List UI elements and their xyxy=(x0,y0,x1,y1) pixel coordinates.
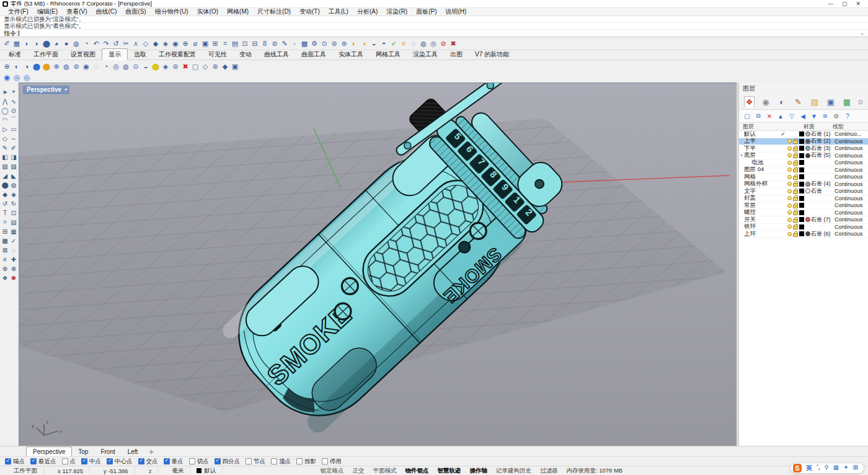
material-dot[interactable] xyxy=(805,139,810,144)
side-tool-icon[interactable]: ▷ xyxy=(1,125,9,133)
linetype-name[interactable]: Continuous xyxy=(835,224,868,230)
osnap-checkbox[interactable] xyxy=(81,458,87,464)
menu-item[interactable]: 面板(P) xyxy=(412,7,441,16)
osnap-checkbox[interactable] xyxy=(164,458,170,464)
toolbar-icon[interactable]: ◑ xyxy=(359,38,369,48)
visibility-bulb-icon[interactable] xyxy=(787,153,792,158)
display-mode-icon[interactable]: ◎ xyxy=(111,61,121,71)
toolbar-icon[interactable]: ◔ xyxy=(81,38,91,48)
viewport-tab[interactable]: Top xyxy=(72,447,94,456)
toolbar-icon[interactable]: ⊡ xyxy=(240,38,250,48)
display-mode-icon[interactable]: ⊕ xyxy=(2,61,12,71)
linetype-name[interactable]: Continuous xyxy=(835,167,868,173)
lock-icon[interactable] xyxy=(793,190,798,194)
toolbar-icon[interactable]: ⊜ xyxy=(270,38,280,48)
visibility-bulb-icon[interactable] xyxy=(787,189,792,193)
close-button[interactable]: ✕ xyxy=(856,1,861,7)
layer-color-swatch[interactable] xyxy=(799,131,804,136)
view-tool-icon[interactable]: ◎ xyxy=(12,73,22,82)
menu-item[interactable]: 说明(H) xyxy=(441,7,471,16)
menu-item[interactable]: 实体(O) xyxy=(193,7,223,16)
display-mode-icon[interactable]: ◔ xyxy=(101,61,111,71)
ime-icon[interactable]: ▦ xyxy=(833,464,839,473)
lock-icon[interactable] xyxy=(793,183,798,187)
status-toggle[interactable]: 锁定格点 xyxy=(316,467,348,475)
minimize-button[interactable]: — xyxy=(828,1,833,7)
side-tool-icon[interactable]: ➤ xyxy=(1,87,9,96)
toolbar-icon[interactable]: ◈ xyxy=(161,38,170,48)
layer-color-swatch[interactable] xyxy=(799,203,804,208)
ime-icon[interactable]: 英 xyxy=(806,464,812,473)
lock-icon[interactable] xyxy=(793,197,798,201)
linetype-name[interactable]: Continuous xyxy=(835,145,868,151)
toolbar-icon[interactable]: ✓ xyxy=(389,38,399,48)
visibility-bulb-icon[interactable] xyxy=(787,175,792,179)
panel-tab-layers[interactable]: ❖ xyxy=(744,96,755,107)
status-toggle[interactable]: 操作轴 xyxy=(465,467,492,475)
column-header-material[interactable]: 材质 xyxy=(804,123,833,131)
visibility-bulb-icon[interactable] xyxy=(787,182,792,186)
ribbon-tab[interactable]: 曲线工具 xyxy=(258,49,295,60)
toolbar-icon[interactable]: ✂ xyxy=(121,38,131,48)
ribbon-tab[interactable]: 显示 xyxy=(102,48,128,60)
panel-tab-display[interactable]: ◉ xyxy=(760,96,771,107)
toolbar-icon[interactable]: ✖ xyxy=(448,38,458,48)
ime-logo[interactable]: S xyxy=(793,464,802,473)
status-toggle[interactable]: 记录建构历史 xyxy=(492,467,536,475)
side-tool-icon[interactable]: ▦ xyxy=(9,227,18,236)
side-tool-icon[interactable]: ▤ xyxy=(9,218,18,226)
ribbon-tab[interactable]: 可见性 xyxy=(202,49,233,60)
maximize-button[interactable]: ▢ xyxy=(842,1,848,7)
toolbar-icon[interactable]: ⊙ xyxy=(319,38,329,48)
ribbon-tab[interactable]: V7 的新功能 xyxy=(469,49,515,60)
linetype-name[interactable]: Continuous xyxy=(835,188,868,194)
side-tool-icon[interactable]: ∿ xyxy=(9,97,18,105)
layer-color-swatch[interactable] xyxy=(799,210,804,215)
side-tool-icon[interactable]: ⊡ xyxy=(9,208,18,217)
ribbon-tab[interactable]: 变动 xyxy=(233,49,258,60)
toolbar-icon[interactable]: ▤ xyxy=(230,38,240,48)
display-mode-icon[interactable]: ◈ xyxy=(161,61,170,71)
toolbar-icon[interactable]: 8 xyxy=(260,38,270,48)
status-cell[interactable]: 工作平面 xyxy=(0,466,44,475)
viewport-menu-icon[interactable]: ▾ xyxy=(64,87,67,92)
osnap-toggle[interactable]: 最近点 xyxy=(30,458,56,466)
toolbar-icon[interactable]: ⋏ xyxy=(131,38,141,48)
linetype-name[interactable]: Continuous xyxy=(835,195,868,202)
command-prompt[interactable]: 指令: ⌄ xyxy=(0,30,868,37)
ime-icon[interactable]: ⚲ xyxy=(824,464,828,473)
layer-tool-icon[interactable]: ▼ xyxy=(810,112,818,120)
status-toggle[interactable]: 智慧轨迹 xyxy=(433,467,465,475)
menu-item[interactable]: 工具(L) xyxy=(324,7,353,16)
osnap-checkbox[interactable] xyxy=(296,458,303,464)
side-tool-icon[interactable]: ◣ xyxy=(9,171,18,180)
display-mode-icon[interactable]: ◌ xyxy=(91,61,101,71)
layer-color-swatch[interactable] xyxy=(799,167,804,172)
display-mode-icon[interactable]: ◇ xyxy=(200,61,210,71)
side-tool-icon[interactable]: ✓ xyxy=(9,236,18,245)
toolbar-icon[interactable]: ◆ xyxy=(151,38,161,48)
osnap-checkbox[interactable] xyxy=(62,458,68,464)
material-dot[interactable] xyxy=(805,153,810,158)
expand-icon[interactable]: ˅ xyxy=(739,153,744,158)
toolbar-icon[interactable]: ◉ xyxy=(170,38,180,48)
side-tool-icon[interactable]: ↻ xyxy=(9,199,18,208)
osnap-checkbox[interactable] xyxy=(30,458,37,464)
display-mode-icon[interactable]: ▢ xyxy=(190,61,200,71)
osnap-toggle[interactable]: 停用 xyxy=(322,458,342,466)
layer-tool-icon[interactable]: ⧉ xyxy=(754,112,763,120)
side-tool-icon[interactable]: ▩ xyxy=(1,236,9,245)
osnap-toggle[interactable]: 四分点 xyxy=(215,458,241,466)
material-name[interactable]: 石膏 (5) xyxy=(811,151,835,159)
osnap-checkbox[interactable] xyxy=(215,458,221,464)
linetype-name[interactable]: Continuous xyxy=(835,216,868,223)
display-mode-icon[interactable]: ⬤ xyxy=(42,61,51,71)
layer-color-swatch[interactable] xyxy=(799,182,804,187)
visibility-bulb-icon[interactable] xyxy=(787,146,792,151)
layer-tool-icon[interactable]: ◀ xyxy=(799,112,807,120)
material-dot[interactable] xyxy=(805,131,810,136)
material-name[interactable]: 石膏 (7) xyxy=(811,216,835,224)
side-tool-icon[interactable]: ◈ xyxy=(9,190,18,198)
display-mode-icon[interactable]: ⊚ xyxy=(170,61,180,71)
linetype-name[interactable]: Continuous xyxy=(835,181,868,187)
